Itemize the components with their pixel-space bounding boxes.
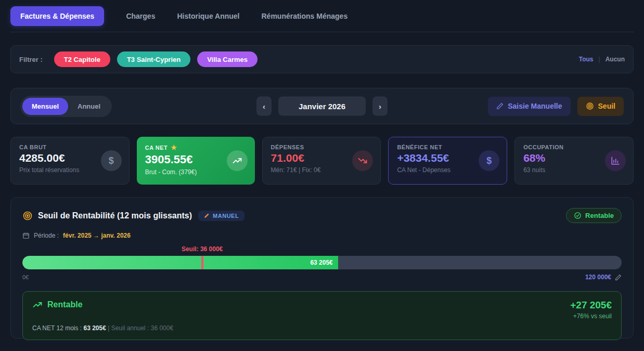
chevron-right-icon: › <box>379 102 381 111</box>
summary-status-label: Rentable <box>47 300 83 309</box>
depenses-label: DÉPENSES <box>271 144 372 150</box>
summary-delta: +27 205€ <box>570 300 612 311</box>
rentable-status-badge: Rentable <box>566 208 622 223</box>
toggle-annuel[interactable]: Annuel <box>68 98 110 115</box>
rentable-badge-label: Rentable <box>585 212 614 219</box>
nav-divider <box>10 32 634 32</box>
summary-top-row: Rentable +27 205€ +76% vs seuil <box>32 300 612 320</box>
seuil-header: Seuil de Rentabilité (12 mois glissants)… <box>22 208 622 223</box>
summary-delta-sub: +76% vs seuil <box>570 313 612 320</box>
select-all-link[interactable]: Tous <box>579 56 594 63</box>
ca-brut-label: CA BRUT <box>19 144 121 150</box>
summary-detail: CA NET 12 mois : 63 205€ | Seuil annuel … <box>32 324 612 332</box>
periode-label: Période : <box>34 232 59 239</box>
card-occupation: OCCUPATION 68% 63 nuits <box>514 137 634 185</box>
tab-factures-depenses[interactable]: Factures & Dépenses <box>10 6 104 26</box>
chevron-left-icon: ‹ <box>263 102 265 111</box>
card-benefice-net: BÉNÉFICE NET +3834.55€ CA Net - Dépenses… <box>388 137 507 185</box>
threshold-label: Seuil: 36 000€ <box>182 245 223 253</box>
filter-label: Filtrer : <box>19 56 43 63</box>
manuel-badge: MANUEL <box>198 211 244 221</box>
star-icon: ★ <box>171 144 177 151</box>
tab-remunerations-menages[interactable]: Rémunérations Ménages <box>261 12 347 20</box>
manual-entry-button[interactable]: Saisie Manuelle <box>488 97 570 116</box>
pencil-icon <box>496 102 504 110</box>
card-ca-brut: CA BRUT 4285.00€ Prix total réservations… <box>10 137 130 185</box>
current-month-display[interactable]: Janvier 2026 <box>278 97 366 116</box>
progress-fill: 63 205€ <box>22 256 338 269</box>
tab-charges[interactable]: Charges <box>126 12 155 20</box>
progress-track: 63 205€ <box>22 256 622 269</box>
seuil-title: Seuil de Rentabilité (12 mois glissants) <box>38 211 192 220</box>
target-icon <box>22 211 33 221</box>
top-nav: Factures & Dépenses Charges Historique A… <box>10 0 634 26</box>
trend-up-icon <box>32 300 43 310</box>
view-mode-toggle: Mensuel Annuel <box>20 96 112 117</box>
progress-bar-wrap: Seuil: 36 000€ 63 205€ 0€ 120 000€ <box>22 256 622 281</box>
ca-net-label-text: CA NET <box>145 145 168 151</box>
seuil-section: Seuil de Rentabilité (12 mois glissants)… <box>10 197 634 339</box>
detail-right: Seuil annuel : 36 000€ <box>111 324 173 332</box>
bar-chart-icon <box>605 150 626 171</box>
period-bar: Mensuel Annuel ‹ Janvier 2026 › Saisie M… <box>10 88 634 124</box>
scale-max-label: 120 000€ <box>585 274 611 281</box>
progress-value-label: 63 205€ <box>310 259 332 266</box>
scale-min-label: 0€ <box>22 274 29 280</box>
month-navigation: ‹ Janvier 2026 › <box>256 97 388 116</box>
toggle-mensuel[interactable]: Mensuel <box>22 98 68 115</box>
detail-value: 63 205€ <box>83 324 106 332</box>
seuil-button[interactable]: Seuil <box>577 97 624 116</box>
filter-pill-t2-capitole[interactable]: T2 Capitole <box>54 51 110 67</box>
summary-delta-group: +27 205€ +76% vs seuil <box>570 300 612 320</box>
seuil-button-label: Seuil <box>598 102 615 110</box>
check-circle-icon <box>574 212 582 219</box>
card-depenses: DÉPENSES 71.00€ Mén: 71€ | Fix: 0€ <box>262 137 381 185</box>
stats-row: CA BRUT 4285.00€ Prix total réservations… <box>10 137 634 185</box>
threshold-marker <box>201 256 203 269</box>
tab-historique-annuel[interactable]: Historique Annuel <box>177 12 239 20</box>
card-ca-net: CA NET ★ 3905.55€ Brut - Com. (379€) <box>137 137 255 185</box>
pencil-icon <box>204 213 210 218</box>
periode-value: févr. 2025 → janv. 2026 <box>63 232 131 239</box>
calendar-icon <box>22 232 30 239</box>
links-separator: | <box>599 56 600 63</box>
filter-pill-villa-carmes[interactable]: Villa Carmes <box>197 51 257 67</box>
target-icon <box>586 102 594 110</box>
summary-status: Rentable <box>32 300 83 310</box>
trend-up-icon <box>227 150 248 171</box>
edit-max-icon[interactable] <box>615 274 622 281</box>
dashboard-page: Factures & Dépenses Charges Historique A… <box>0 0 644 351</box>
rentable-summary-box: Rentable +27 205€ +76% vs seuil CA NET 1… <box>22 291 622 340</box>
benefice-label: BÉNÉFICE NET <box>397 144 498 150</box>
prev-month-button[interactable]: ‹ <box>256 97 272 116</box>
ca-net-label: CA NET ★ <box>145 144 247 151</box>
next-month-button[interactable]: › <box>372 97 388 116</box>
dollar-icon: $ <box>479 150 499 171</box>
dollar-icon: $ <box>101 150 122 171</box>
detail-label: CA NET 12 mois : <box>32 324 83 332</box>
detail-sep: | <box>106 324 111 332</box>
manual-entry-label: Saisie Manuelle <box>508 102 562 110</box>
periode-row: Période : févr. 2025 → janv. 2026 <box>22 232 622 239</box>
scale-row: 0€ 120 000€ <box>22 274 622 281</box>
filter-quick-links: Tous | Aucun <box>579 56 625 63</box>
filter-pill-t3-saint-cyprien[interactable]: T3 Saint-Cyprien <box>117 51 190 67</box>
scale-max-group: 120 000€ <box>585 274 622 281</box>
period-actions: Saisie Manuelle Seuil <box>488 97 624 116</box>
occupation-label: OCCUPATION <box>523 144 625 150</box>
manuel-badge-label: MANUEL <box>213 213 239 219</box>
filter-bar: Filtrer : T2 Capitole T3 Saint-Cyprien V… <box>10 45 634 73</box>
select-none-link[interactable]: Aucun <box>606 56 625 63</box>
trend-down-icon <box>352 150 373 171</box>
